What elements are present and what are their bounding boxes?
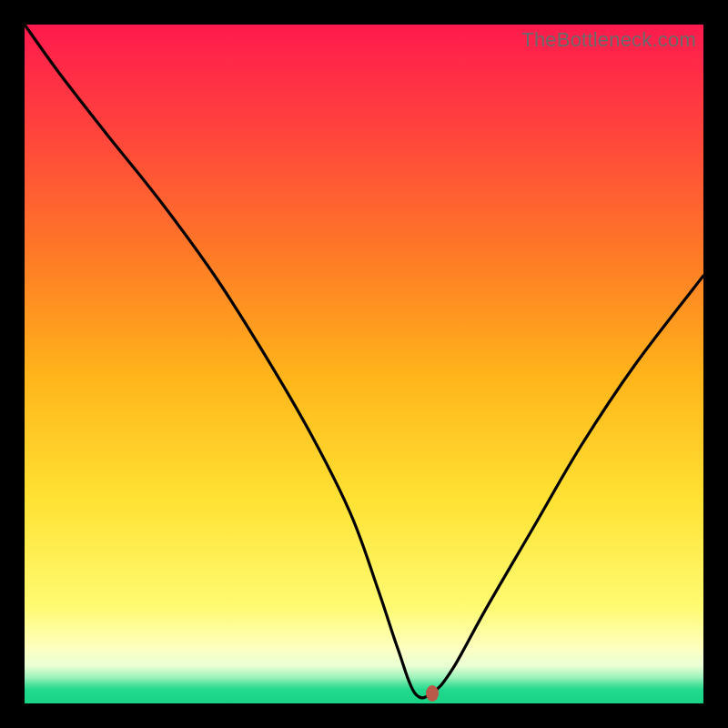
optimal-point-marker <box>426 685 439 702</box>
chart-frame: TheBottleneck.com <box>0 0 728 728</box>
bottleneck-curve <box>25 25 703 703</box>
watermark-text: TheBottleneck.com <box>521 28 696 52</box>
plot-area: TheBottleneck.com <box>25 25 703 703</box>
curve-path <box>25 25 703 698</box>
